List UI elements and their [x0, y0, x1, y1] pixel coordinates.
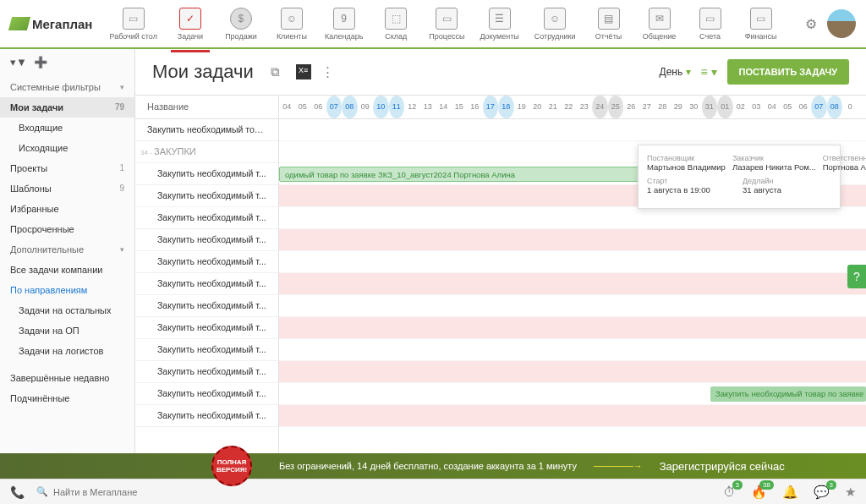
date-cell[interactable]: 18 — [498, 96, 514, 118]
date-cell[interactable]: 22 — [561, 96, 577, 118]
nav-Процессы[interactable]: ▭Процессы — [422, 4, 471, 44]
add-filter-icon[interactable]: ➕ — [34, 56, 47, 68]
gantt-row[interactable] — [279, 405, 866, 427]
sidebar-section-additional[interactable]: Дополнительные ▾ — [0, 239, 134, 260]
sidebar-section-system[interactable]: Системные фильтры ▾ — [0, 77, 134, 97]
date-cell[interactable]: 19 — [514, 96, 530, 118]
gantt-row[interactable] — [279, 317, 866, 339]
promo-banner[interactable]: ПОЛНАЯВЕРСИЯ! Без ограничений, 14 дней б… — [0, 453, 866, 479]
date-cell[interactable]: 07 — [326, 96, 343, 118]
date-cell[interactable]: 17 — [483, 96, 499, 118]
date-cell[interactable]: 10 — [373, 96, 389, 118]
date-cell[interactable]: 28 — [655, 96, 671, 118]
gantt-row[interactable] — [279, 251, 866, 273]
date-cell[interactable]: 16 — [467, 96, 483, 118]
sidebar-item[interactable]: Просроченные — [0, 219, 134, 239]
date-cell[interactable]: 09 — [358, 96, 374, 118]
task-row[interactable]: Закупить необходимый т... — [135, 317, 278, 339]
bell-icon[interactable]: 🔔 — [782, 485, 798, 500]
task-row[interactable]: Закупить необходимый т... — [135, 273, 278, 295]
date-cell[interactable]: 12 — [404, 96, 420, 118]
sidebar-item[interactable]: Подчинённые — [0, 388, 134, 408]
sidebar-item[interactable]: Задачи на ОП — [0, 320, 134, 341]
date-cell[interactable]: 05 — [780, 96, 796, 118]
gantt-row[interactable] — [279, 295, 866, 317]
timer-icon[interactable]: ⏱3 — [723, 485, 736, 499]
sidebar-item[interactable]: Шаблоны9 — [0, 178, 134, 199]
task-row[interactable]: Закупить необходимый т... — [135, 405, 278, 427]
date-cell[interactable]: 15 — [452, 96, 468, 118]
chat-icon[interactable]: 💬3 — [814, 485, 830, 500]
date-cell[interactable]: 08 — [342, 96, 358, 118]
date-cell[interactable]: 27 — [639, 96, 655, 118]
task-row[interactable]: Закупить необходимый т... — [135, 295, 278, 317]
sidebar-item[interactable]: Задачи на остальных — [0, 300, 134, 320]
sidebar-item[interactable]: Проекты1 — [0, 158, 134, 178]
gantt-row[interactable] — [279, 339, 866, 361]
sidebar-item[interactable]: Мои задачи79 — [0, 97, 134, 118]
more-menu-icon[interactable]: ⋮ — [321, 64, 337, 79]
task-row[interactable]: Закупить необходимый т... — [135, 185, 278, 207]
date-cell[interactable]: 0 — [842, 96, 858, 118]
sidebar-item[interactable]: Избранные — [0, 199, 134, 219]
sidebar-item[interactable]: Исходящие — [0, 138, 134, 158]
nav-Счета[interactable]: ▭Счета — [686, 4, 735, 44]
promo-cta[interactable]: Зарегистрируйся сейчас — [660, 460, 785, 473]
date-cell[interactable]: 21 — [545, 96, 562, 118]
user-avatar[interactable] — [827, 9, 856, 38]
date-cell[interactable]: 01 — [717, 96, 733, 118]
logo[interactable]: Мегаплан — [10, 17, 92, 31]
date-cell[interactable]: 26 — [623, 96, 639, 118]
task-row[interactable]: Закупить необходимый т... — [135, 229, 278, 251]
star-icon[interactable]: ★ — [845, 485, 856, 500]
date-cell[interactable]: 11 — [389, 96, 405, 118]
date-cell[interactable]: 29 — [671, 96, 687, 118]
task-row[interactable]: Закупить необходимый т... — [135, 361, 278, 383]
date-cell[interactable]: 05 — [295, 96, 311, 118]
date-cell[interactable]: 23 — [577, 96, 593, 118]
copy-icon[interactable]: ⧉ — [271, 64, 286, 79]
nav-Сотрудники[interactable]: ☺Сотрудники — [528, 4, 583, 44]
nav-Клиенты[interactable]: ☺Клиенты — [267, 4, 316, 44]
nav-Продажи[interactable]: $Продажи — [216, 4, 266, 44]
date-cell[interactable]: 06 — [310, 96, 326, 118]
nav-Задачи[interactable]: ✓Задачи — [166, 4, 215, 44]
view-day-selector[interactable]: День ▾ — [660, 66, 691, 78]
gantt-timeline[interactable]: сентябрь 0405060708091011121314151617181… — [279, 96, 866, 453]
task-group[interactable]: 34 - ЗАКУПКИ — [135, 141, 278, 163]
task-row[interactable]: Закупить необходимый т... — [135, 207, 278, 229]
global-search[interactable]: 🔍 — [36, 486, 527, 497]
gantt-row[interactable] — [279, 361, 866, 383]
view-lines-icon[interactable]: ≡ ▾ — [701, 65, 717, 79]
date-cell[interactable]: 03 — [748, 96, 765, 118]
task-row[interactable]: Закупить необходимый товар... — [135, 119, 278, 141]
date-cell[interactable]: 04 — [279, 96, 295, 118]
help-tab[interactable]: ? — [847, 265, 866, 288]
task-row[interactable]: Закупить необходимый т... — [135, 163, 278, 185]
nav-Финансы[interactable]: ▭Финансы — [737, 4, 786, 44]
date-cell[interactable]: 31 — [702, 96, 718, 118]
phone-icon[interactable]: 📞 — [10, 485, 25, 499]
date-cell[interactable]: 14 — [436, 96, 452, 118]
task-row[interactable]: Закупить необходимый т... — [135, 339, 278, 361]
gantt-row[interactable]: Закупить необходимый товар по заявке З — [279, 383, 866, 405]
export-excel-icon[interactable]: X≡ — [296, 64, 311, 79]
filter-icon[interactable]: ▾▼ — [10, 56, 27, 68]
gantt-row[interactable] — [279, 229, 866, 251]
gantt-row[interactable] — [279, 273, 866, 295]
search-input[interactable] — [53, 487, 527, 497]
date-cell[interactable]: 13 — [420, 96, 436, 118]
nav-Документы[interactable]: ☰Документы — [473, 4, 525, 44]
date-cell[interactable]: 07 — [811, 96, 827, 118]
date-cell[interactable]: 08 — [827, 96, 843, 118]
nav-Календарь[interactable]: 9Календарь — [318, 4, 370, 44]
gantt-bar[interactable]: Закупить необходимый товар по заявке З — [710, 386, 866, 402]
date-cell[interactable]: 25 — [608, 96, 624, 118]
task-row[interactable]: Закупить необходимый т... — [135, 251, 278, 273]
settings-gear-icon[interactable]: ⚙ — [805, 16, 817, 32]
sidebar-item[interactable]: Завершённые недавно — [0, 368, 134, 388]
nav-Общение[interactable]: ✉Общение — [635, 4, 684, 44]
date-cell[interactable]: 24 — [592, 96, 608, 118]
fire-icon[interactable]: 🔥38 — [751, 485, 767, 500]
date-cell[interactable]: 20 — [529, 96, 545, 118]
